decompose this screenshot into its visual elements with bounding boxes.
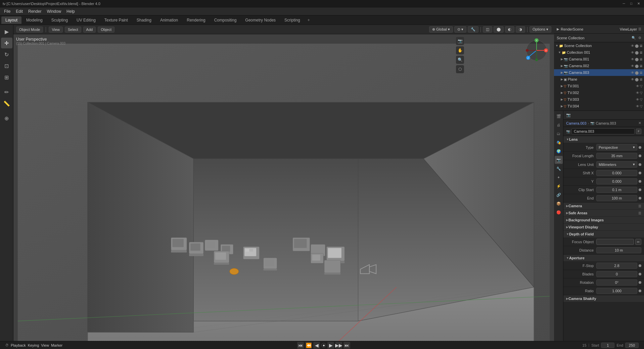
shading-wireframe[interactable]: ◫ bbox=[483, 26, 492, 33]
prop-tab-scene[interactable]: 🎭 bbox=[555, 138, 563, 146]
viewport-object-menu[interactable]: Object bbox=[98, 27, 114, 33]
tool-annotate[interactable]: ✏ bbox=[1, 87, 12, 97]
tab-uv-editing[interactable]: UV Editing bbox=[73, 16, 100, 24]
collection-001[interactable]: ▼ 📁 Collection 001 👁 ⬤ 🖥 bbox=[554, 49, 644, 56]
marker-menu[interactable]: Marker bbox=[51, 343, 62, 347]
blades-value[interactable]: 0 bbox=[596, 271, 637, 277]
timeline-view-menu[interactable]: View bbox=[41, 343, 49, 347]
viewport-options[interactable]: Options ▾ bbox=[530, 26, 551, 33]
nav-perspective-icon[interactable]: ⬡ bbox=[456, 65, 464, 73]
outliner-filter-icon[interactable]: 🔍 bbox=[632, 36, 636, 40]
shading-material[interactable]: ◐ bbox=[505, 26, 514, 33]
tab-rendering[interactable]: Rendering bbox=[183, 16, 209, 24]
clip-end-value[interactable]: 100 m bbox=[596, 195, 637, 201]
tool-scale[interactable]: ⊡ bbox=[1, 60, 12, 71]
outliner-camera-001[interactable]: ▶ 📷 Camera.001 👁 ⬤ 🖥 bbox=[554, 56, 644, 62]
shift-y-dot[interactable] bbox=[639, 180, 641, 183]
menu-edit[interactable]: Edit bbox=[13, 8, 26, 14]
tool-transform[interactable]: ⊞ bbox=[1, 72, 12, 83]
scene-view[interactable] bbox=[13, 34, 554, 341]
tab-sculpting[interactable]: Sculpting bbox=[47, 16, 72, 24]
outliner-tv-001[interactable]: ▶ ▽ TV.001 👁 ▽ bbox=[554, 83, 644, 89]
lens-unit-dot[interactable] bbox=[639, 163, 641, 166]
tab-geometry-nodes[interactable]: Geometry Nodes bbox=[241, 16, 280, 24]
tab-shading[interactable]: Shading bbox=[133, 16, 155, 24]
tab-scripting[interactable]: Scripting bbox=[280, 16, 304, 24]
tool-measure[interactable]: 📏 bbox=[1, 98, 12, 109]
clip-end-dot[interactable] bbox=[639, 197, 641, 200]
maximize-button[interactable]: □ bbox=[629, 1, 634, 6]
dof-distance-value[interactable]: 10 m bbox=[596, 247, 641, 253]
fstop-value[interactable]: 2.8 bbox=[596, 263, 637, 269]
menu-file[interactable]: File bbox=[1, 8, 13, 14]
aperture-section-header[interactable]: ▼ Aperture bbox=[563, 255, 644, 262]
dof-section-header[interactable]: ▼ Depth of Field bbox=[563, 231, 644, 238]
prop-tab-world[interactable]: 🌍 bbox=[555, 147, 563, 155]
focal-length-dot[interactable] bbox=[639, 155, 641, 157]
tool-cursor[interactable]: ▶ bbox=[1, 26, 12, 37]
tab-texture-paint[interactable]: Texture Paint bbox=[100, 16, 132, 24]
menu-help[interactable]: Help bbox=[64, 8, 78, 14]
focus-object-field[interactable] bbox=[596, 239, 634, 245]
tool-move[interactable]: ✛ bbox=[1, 38, 12, 48]
tab-animation[interactable]: Animation bbox=[156, 16, 182, 24]
outliner-camera-002[interactable]: ▶ 📷 Camera.002 👁 ⬤ 🖥 bbox=[554, 62, 644, 69]
snap-toggle[interactable]: 🔧 bbox=[468, 26, 478, 33]
minimize-button[interactable]: ─ bbox=[621, 1, 627, 6]
menu-render[interactable]: Render bbox=[26, 8, 44, 14]
global-orientation[interactable]: ⊕ Global ▾ bbox=[429, 26, 453, 33]
prop-tab-particles[interactable]: ✦ bbox=[555, 173, 563, 181]
lens-type-select[interactable]: Perspective ▾ bbox=[596, 144, 637, 150]
ratio-dot[interactable] bbox=[639, 290, 641, 292]
clip-start-dot[interactable] bbox=[639, 188, 641, 191]
tab-compositing[interactable]: Compositing bbox=[210, 16, 241, 24]
step-next-btn[interactable]: ▶▶ bbox=[335, 342, 342, 349]
close-button[interactable]: ✕ bbox=[636, 1, 641, 6]
prop-tab-render[interactable]: 🎬 bbox=[555, 112, 563, 120]
camera-section-header[interactable]: ▶ Camera ☰ bbox=[563, 203, 644, 210]
ratio-value[interactable]: 1.000 bbox=[596, 288, 637, 294]
playback-menu[interactable]: Playback bbox=[11, 343, 26, 347]
viewport-gizmo[interactable]: Y X Z bbox=[523, 37, 550, 64]
outliner-plane[interactable]: ▶ ▣ Plane 👁 ⬤ 🖥 bbox=[554, 76, 644, 83]
viewport-select-menu[interactable]: Select bbox=[65, 27, 81, 33]
blades-dot[interactable] bbox=[639, 273, 641, 275]
outliner-settings-icon[interactable]: ⚙ bbox=[638, 36, 641, 40]
tool-rotate[interactable]: ↻ bbox=[1, 49, 12, 60]
prop-tab-object-props[interactable]: 📦 bbox=[555, 200, 563, 208]
lens-section-header[interactable]: ▼ Lens bbox=[563, 136, 644, 143]
camera-shakify-section-header[interactable]: ▶ Camera Shakify bbox=[563, 295, 644, 302]
play-btn[interactable]: ▶ bbox=[327, 342, 334, 349]
viewport-view-menu[interactable]: View bbox=[49, 27, 63, 33]
shift-y-value[interactable]: 0.000 bbox=[596, 178, 637, 184]
clip-start-value[interactable]: 0.1 m bbox=[596, 187, 637, 193]
shift-x-dot[interactable] bbox=[639, 172, 641, 174]
rotation-value[interactable]: 0° bbox=[596, 279, 637, 286]
viewport-add-menu[interactable]: Add bbox=[83, 27, 96, 33]
pivot-point[interactable]: ⊙ ▾ bbox=[454, 26, 466, 33]
camera-extras-icon[interactable]: ☰ bbox=[638, 204, 641, 208]
viewport[interactable]: Object Mode View Select Add Object ⊕ Glo… bbox=[13, 25, 554, 341]
lens-unit-select[interactable]: Millimeters ▾ bbox=[596, 161, 637, 168]
outliner-camera-003[interactable]: ▶ 📷 Camera.003 👁 ⬤ 🖥 bbox=[554, 69, 644, 76]
viewport-mode-button[interactable]: Object Mode bbox=[16, 27, 43, 33]
frame-dot[interactable]: ● bbox=[321, 343, 326, 348]
shading-solid[interactable]: ⬤ bbox=[494, 26, 504, 33]
prop-close-btn[interactable]: ✕ bbox=[638, 121, 641, 125]
jump-end-btn[interactable]: ⏭ bbox=[343, 342, 350, 349]
outliner-tv-002[interactable]: ▶ ▽ TV.002 👁 ▽ bbox=[554, 89, 644, 96]
prop-tab-constraints[interactable]: 🔗 bbox=[555, 191, 563, 199]
shading-render[interactable]: ◑ bbox=[516, 26, 525, 33]
keying-menu[interactable]: Keying bbox=[28, 343, 39, 347]
prop-tab-physics[interactable]: ⚡ bbox=[555, 182, 563, 190]
prop-tab-output[interactable]: 🖨 bbox=[555, 121, 563, 129]
scene-collection-root[interactable]: ▼ 📁 Scene Collection 👁 ⬤ 🖥 bbox=[554, 42, 644, 49]
tab-add[interactable]: + bbox=[305, 16, 313, 24]
safe-areas-extras-icon[interactable]: ☰ bbox=[638, 211, 641, 215]
rotation-dot[interactable] bbox=[639, 281, 641, 284]
focus-object-eyedropper[interactable]: ✏ bbox=[635, 239, 641, 245]
tool-add[interactable]: ⊕ bbox=[1, 113, 12, 124]
safe-areas-section-header[interactable]: ▶ Safe Areas ☰ bbox=[563, 210, 644, 217]
fake-user-btn[interactable]: F bbox=[636, 129, 641, 134]
prop-tab-modifier[interactable]: 🔧 bbox=[555, 165, 563, 173]
